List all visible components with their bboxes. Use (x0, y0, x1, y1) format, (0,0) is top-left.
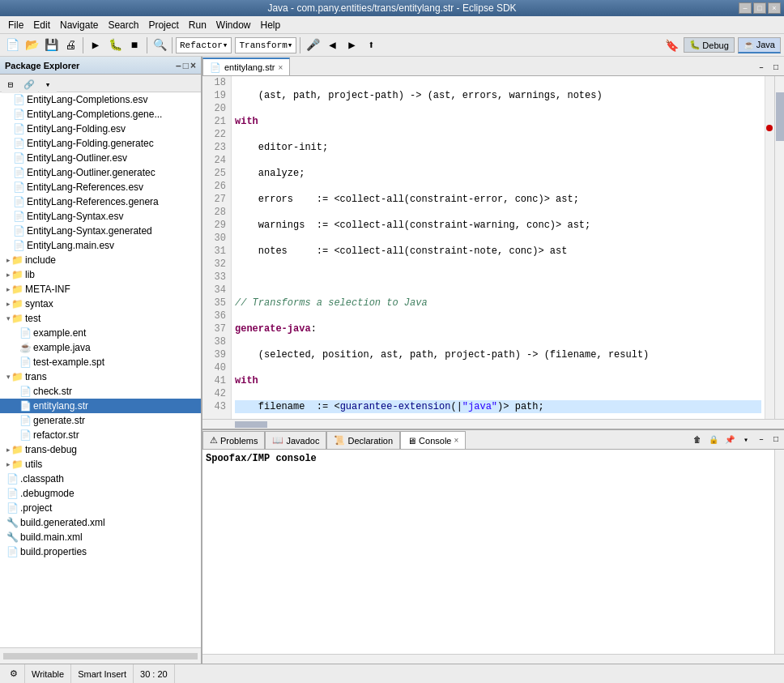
new-button[interactable]: 📄 (3, 36, 21, 54)
stop-button[interactable]: ■ (126, 36, 143, 54)
title-bar-controls[interactable]: – □ × (739, 2, 781, 14)
tree-item-completions-gen[interactable]: 📄 EntityLang-Completions.gene... (0, 107, 201, 122)
menu-window[interactable]: Window (211, 18, 256, 32)
tab-console[interactable]: 🖥 Console × (400, 431, 466, 449)
file-icon: 📄 (19, 327, 32, 339)
tree-item-folding-gen[interactable]: 📄 EntityLang-Folding.generatec (0, 136, 201, 151)
debug-run-button[interactable]: 🐛 (106, 36, 124, 54)
tree-item-syntax-gen[interactable]: 📄 EntityLang-Syntax.generated (0, 224, 201, 238)
tree-item-example-ent[interactable]: 📄 example.ent (0, 326, 201, 340)
tab-declaration[interactable]: 📜 Declaration (326, 431, 400, 449)
code-line-21: analyze; (235, 167, 761, 180)
tree-item-references[interactable]: 📄 EntityLang-References.esv (0, 180, 201, 194)
tree-item-outliner[interactable]: 📄 EntityLang-Outliner.esv (0, 151, 201, 165)
nav-up[interactable]: ⬆ (362, 36, 380, 54)
console-menu[interactable]: ▾ (739, 433, 753, 447)
window-title: Java - com.pany.entities/trans/entitylan… (267, 2, 516, 14)
tree-item-trans-debug[interactable]: ▸ 📁 trans-debug (0, 442, 201, 457)
tab-close-button[interactable]: × (278, 63, 283, 72)
refactor-dropdown[interactable]: Refactor▾ (176, 37, 232, 53)
tree-item-test[interactable]: ▾ 📁 test (0, 311, 201, 326)
folder-icon: 📁 (11, 459, 23, 470)
tree-item-completions[interactable]: 📄 EntityLang-Completions.esv (0, 92, 201, 107)
tree-item-build-gen-xml[interactable]: 🔧 build.generated.xml (0, 515, 201, 530)
print-button[interactable]: 🖨 (62, 36, 79, 54)
menu-search[interactable]: Search (103, 18, 143, 32)
menu-file[interactable]: File (3, 18, 28, 32)
tree-item-outliner-gen[interactable]: 📄 EntityLang-Outliner.generatec (0, 165, 201, 180)
search-toolbar-button[interactable]: 🔍 (151, 36, 168, 54)
menu-edit[interactable]: Edit (28, 18, 55, 32)
console-tab-close[interactable]: × (454, 436, 458, 445)
editor-tab-entitylang[interactable]: 📄 entitylang.str × (202, 58, 290, 75)
tree-item-check-str[interactable]: 📄 check.str (0, 384, 201, 399)
editor-vscrollbar[interactable] (774, 76, 784, 419)
console-minimize[interactable]: – (755, 433, 768, 446)
menu-navigate[interactable]: Navigate (55, 18, 103, 32)
console-maximize[interactable]: □ (769, 433, 782, 446)
tree-item-generate-str[interactable]: 📄 generate.str (0, 413, 201, 428)
debug-perspective[interactable]: 🐛 Debug (684, 37, 734, 53)
nav-back[interactable]: ◀ (323, 36, 341, 54)
console-vscrollbar[interactable] (774, 450, 784, 654)
tree-item-trans[interactable]: ▾ 📁 trans (0, 369, 201, 384)
tree-item-main-esv[interactable]: 📄 EntityLang.main.esv (0, 238, 201, 253)
code-content[interactable]: (ast, path, project-path) -> (ast, error… (232, 76, 765, 419)
open-button[interactable]: 📂 (23, 36, 40, 54)
save-button[interactable]: 💾 (42, 36, 60, 54)
minimize-editor[interactable]: – (755, 61, 768, 74)
mic-button[interactable]: 🎤 (304, 36, 322, 54)
folder-icon: 📁 (11, 284, 23, 295)
tree-item-build-properties[interactable]: 📄 build.properties (0, 544, 201, 559)
tab-problems[interactable]: ⚠ Problems (202, 431, 265, 449)
console-hscrollbar[interactable] (202, 654, 784, 664)
editor-hscroll-thumb[interactable] (235, 421, 267, 428)
tree-item-refactor-str[interactable]: 📄 refactor.str (0, 428, 201, 442)
console-content[interactable]: Spoofax/IMP console (202, 450, 774, 654)
menu-run[interactable]: Run (184, 18, 211, 32)
pe-minimize[interactable]: – (176, 60, 181, 71)
console-clear[interactable]: 🗑 (690, 433, 705, 447)
collapse-icon: ▸ (6, 460, 11, 468)
separator-3 (172, 37, 173, 53)
editor-hscrollbar[interactable] (202, 419, 784, 429)
editor-vscroll-thumb[interactable] (776, 92, 784, 141)
maximize-editor[interactable]: □ (769, 61, 782, 74)
menu-project[interactable]: Project (143, 18, 183, 32)
nav-forward[interactable]: ▶ (343, 36, 360, 54)
pe-scrollbar-track[interactable] (3, 653, 198, 660)
pe-scroll-bar[interactable] (0, 647, 201, 664)
tree-item-example-java[interactable]: ☕ example.java (0, 340, 201, 355)
tree-item-syntax-folder[interactable]: ▸ 📁 syntax (0, 297, 201, 311)
pe-collapse-all[interactable]: ⊟ (2, 75, 19, 93)
bookmark-button[interactable]: 🔖 (663, 36, 680, 54)
pe-menu[interactable]: ▾ (39, 75, 57, 93)
pe-maximize[interactable]: □ (183, 60, 189, 71)
menu-help[interactable]: Help (256, 18, 286, 32)
tree-item-entitylang-str[interactable]: 📄 entitylang.str (0, 399, 201, 413)
transform-dropdown[interactable]: Transform▾ (235, 37, 296, 53)
console-scroll-lock[interactable]: 🔒 (706, 433, 721, 447)
tree-item-project[interactable]: 📄 .project (0, 501, 201, 515)
code-editor[interactable]: 18 19 20 21 22 23 24 25 26 27 28 29 30 3… (202, 76, 784, 419)
tab-javadoc[interactable]: 📖 Javadoc (265, 431, 326, 449)
tree-item-utils[interactable]: ▸ 📁 utils (0, 457, 201, 472)
pe-close[interactable]: × (190, 60, 196, 71)
java-perspective[interactable]: ☕ Java (738, 37, 781, 53)
tree-item-syntax[interactable]: 📄 EntityLang-Syntax.esv (0, 209, 201, 224)
tree-item-include[interactable]: ▸ 📁 include (0, 253, 201, 267)
tree-item-lib[interactable]: ▸ 📁 lib (0, 267, 201, 282)
run-button[interactable]: ▶ (87, 36, 104, 54)
tree-item-debugmode[interactable]: 📄 .debugmode (0, 486, 201, 501)
pe-link-editor[interactable]: 🔗 (20, 75, 38, 93)
tree-item-meta-inf[interactable]: ▸ 📁 META-INF (0, 282, 201, 297)
tree-item-test-example[interactable]: 📄 test-example.spt (0, 355, 201, 369)
console-pin[interactable]: 📌 (722, 433, 737, 447)
tree-item-folding[interactable]: 📄 EntityLang-Folding.esv (0, 122, 201, 136)
tree-item-references-gen[interactable]: 📄 EntityLang-References.genera (0, 194, 201, 209)
maximize-button[interactable]: □ (753, 2, 766, 14)
tree-item-build-main-xml[interactable]: 🔧 build.main.xml (0, 530, 201, 544)
close-button[interactable]: × (768, 2, 781, 14)
minimize-button[interactable]: – (739, 2, 752, 14)
tree-item-classpath[interactable]: 📄 .classpath (0, 472, 201, 486)
